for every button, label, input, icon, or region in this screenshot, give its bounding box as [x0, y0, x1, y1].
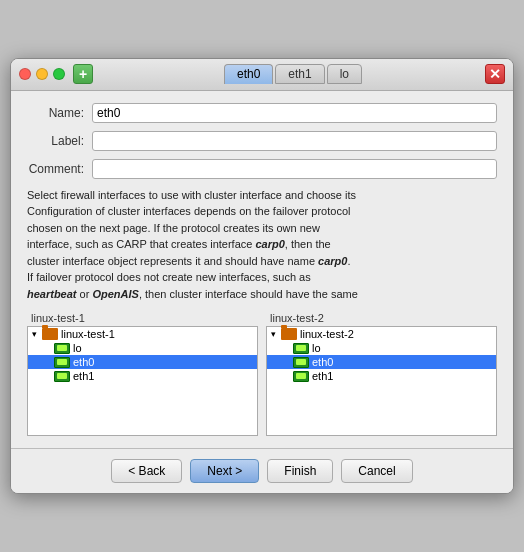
- list-item[interactable]: eth0: [267, 355, 496, 369]
- label-label: Label:: [27, 134, 92, 148]
- expand-arrow-icon: ▾: [271, 329, 281, 339]
- comment-input[interactable]: [92, 159, 497, 179]
- right-tree-header: linux-test-2: [266, 310, 497, 326]
- comment-row: Comment:: [27, 159, 497, 179]
- tree-node-label: eth0: [73, 356, 94, 368]
- tree-node-label: linux-test-2: [300, 328, 354, 340]
- label-row: Label:: [27, 131, 497, 151]
- tabs-area: eth0 eth1 lo: [101, 64, 485, 84]
- comment-label: Comment:: [27, 162, 92, 176]
- expand-arrow-icon: ▾: [32, 329, 42, 339]
- tab-eth0[interactable]: eth0: [224, 64, 273, 84]
- delete-button[interactable]: ✕: [485, 64, 505, 84]
- list-item[interactable]: eth1: [267, 369, 496, 383]
- label-input[interactable]: [92, 131, 497, 151]
- left-tree-container: linux-test-1 ▾ linux-test-1 lo: [27, 310, 258, 436]
- interface-icon: [293, 357, 309, 368]
- interface-icon: [54, 357, 70, 368]
- titlebar: + eth0 eth1 lo ✕: [11, 59, 513, 91]
- name-label: Name:: [27, 106, 92, 120]
- name-input[interactable]: [92, 103, 497, 123]
- tree-node-label: eth0: [312, 356, 333, 368]
- name-row: Name:: [27, 103, 497, 123]
- tab-eth1[interactable]: eth1: [275, 64, 324, 84]
- close-button[interactable]: [19, 68, 31, 80]
- tree-node-label: lo: [312, 342, 321, 354]
- tree-node-label: lo: [73, 342, 82, 354]
- traffic-lights: [19, 68, 65, 80]
- list-item[interactable]: lo: [28, 341, 257, 355]
- list-item[interactable]: eth0: [28, 355, 257, 369]
- left-tree-header: linux-test-1: [27, 310, 258, 326]
- tree-node-label: linux-test-1: [61, 328, 115, 340]
- footer: < Back Next > Finish Cancel: [11, 448, 513, 493]
- list-item[interactable]: eth1: [28, 369, 257, 383]
- folder-icon: [281, 328, 297, 340]
- finish-button[interactable]: Finish: [267, 459, 333, 483]
- list-item[interactable]: ▾ linux-test-2: [267, 327, 496, 341]
- interface-icon: [54, 343, 70, 354]
- tab-lo[interactable]: lo: [327, 64, 362, 84]
- list-item[interactable]: ▾ linux-test-1: [28, 327, 257, 341]
- cancel-button[interactable]: Cancel: [341, 459, 412, 483]
- tree-node-label: eth1: [73, 370, 94, 382]
- next-button[interactable]: Next >: [190, 459, 259, 483]
- right-tree[interactable]: ▾ linux-test-2 lo: [266, 326, 497, 436]
- interface-icon: [293, 343, 309, 354]
- content-area: Name: Label: Comment: Select firewall in…: [11, 91, 513, 449]
- folder-icon: [42, 328, 58, 340]
- minimize-button[interactable]: [36, 68, 48, 80]
- interface-icon: [293, 371, 309, 382]
- list-item[interactable]: lo: [267, 341, 496, 355]
- right-tree-container: linux-test-2 ▾ linux-test-2 lo: [266, 310, 497, 436]
- maximize-button[interactable]: [53, 68, 65, 80]
- left-tree[interactable]: ▾ linux-test-1 lo: [27, 326, 258, 436]
- trees-container: linux-test-1 ▾ linux-test-1 lo: [27, 310, 497, 436]
- description-text: Select firewall interfaces to use with c…: [27, 187, 497, 303]
- back-button[interactable]: < Back: [111, 459, 182, 483]
- main-window: + eth0 eth1 lo ✕ Name: Label: Comment: S…: [10, 58, 514, 495]
- tree-node-label: eth1: [312, 370, 333, 382]
- add-button[interactable]: +: [73, 64, 93, 84]
- interface-icon: [54, 371, 70, 382]
